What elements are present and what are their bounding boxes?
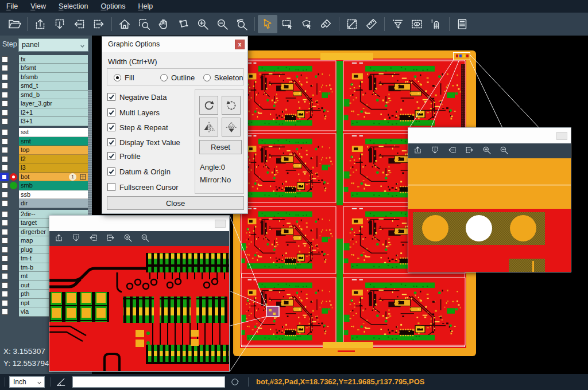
tool-zoom-window[interactable] — [134, 15, 154, 33]
mirror-vertical-button[interactable] — [222, 118, 241, 136]
tool-pan-up[interactable] — [30, 15, 50, 33]
tool-snap-magnet[interactable] — [427, 15, 446, 33]
layer-name[interactable]: l2 — [19, 155, 88, 164]
layer-checkbox[interactable] — [2, 147, 8, 153]
radio-outline[interactable]: Outline — [160, 73, 195, 82]
tool-pan-down[interactable] — [50, 15, 69, 33]
layer-checkbox[interactable] — [2, 110, 8, 116]
tool-view-region[interactable] — [407, 15, 427, 33]
layer-name[interactable]: bot1 — [19, 173, 88, 182]
layer-checkbox[interactable] — [2, 92, 8, 98]
layer-name[interactable]: l3+1 — [19, 117, 88, 126]
layer-name[interactable]: smd_b — [19, 91, 88, 100]
layer-checkbox[interactable] — [2, 165, 8, 171]
tool-edit-vertices[interactable] — [173, 15, 193, 33]
preview-content[interactable] — [408, 158, 571, 272]
layer-name[interactable]: layer_3.gbr — [19, 99, 88, 108]
layer-checkbox[interactable] — [2, 264, 8, 271]
dialog-close-button[interactable]: x — [235, 40, 245, 49]
rotate-ccw-button[interactable] — [222, 96, 241, 115]
layer-checkbox[interactable] — [2, 192, 8, 198]
tool-measure[interactable] — [342, 15, 362, 33]
menu-item-help[interactable]: Help — [132, 0, 160, 13]
tool-zoom-out[interactable] — [212, 15, 232, 33]
layer-checkbox[interactable] — [2, 282, 8, 288]
layer-checkbox[interactable] — [2, 138, 8, 145]
checkbox-multi-layers[interactable]: Multi Layers — [107, 108, 160, 117]
tool-zoom-in[interactable] — [193, 15, 212, 33]
layer-name[interactable]: bfsmt — [19, 64, 88, 73]
tool-report[interactable] — [452, 15, 472, 33]
preview-tool-pan-down[interactable] — [71, 233, 81, 245]
preview-tool-pan-down[interactable] — [430, 145, 440, 157]
zoom-preview-window-right[interactable] — [408, 127, 571, 272]
reset-button[interactable]: Reset — [199, 140, 242, 154]
tool-pan-left[interactable] — [69, 15, 89, 33]
layer-checkbox[interactable] — [0, 173, 9, 181]
tool-select-rect[interactable] — [277, 15, 297, 33]
tool-pan-right[interactable] — [89, 15, 109, 33]
sync-icon[interactable] — [230, 377, 240, 387]
tool-zoom-previous[interactable] — [232, 15, 252, 33]
layer-checkbox[interactable] — [2, 200, 8, 206]
tool-open-folder[interactable] — [5, 15, 24, 33]
layer-name[interactable]: ssb — [19, 190, 88, 200]
tool-pan-hand[interactable] — [154, 15, 173, 33]
preview-tool-pan-right[interactable] — [465, 145, 474, 157]
layer-name[interactable]: smb — [19, 181, 88, 190]
unit-select[interactable]: Inch — [9, 376, 45, 388]
layer-checkbox[interactable] — [2, 118, 8, 124]
tool-select-cursor[interactable] — [258, 15, 277, 33]
checkbox-step-repeat[interactable]: Step & Repeat — [107, 123, 168, 132]
step-select[interactable]: panel — [18, 38, 88, 52]
checkbox-negative-data[interactable]: Negative Data — [107, 92, 167, 102]
dialog-title-bar[interactable]: Graphic Options x — [102, 37, 247, 52]
menu-item-view[interactable]: View — [24, 0, 52, 13]
layer-name[interactable]: smt — [19, 137, 88, 146]
layer-checkbox[interactable] — [2, 100, 8, 107]
layer-checkbox[interactable] — [2, 182, 8, 189]
layer-checkbox[interactable] — [2, 220, 8, 226]
rotate-cw-button[interactable] — [199, 96, 218, 115]
checkbox-fullscreen-cursor[interactable]: Fullscreen Cursor — [107, 182, 179, 192]
preview-tool-pan-left[interactable] — [88, 233, 98, 245]
preview-tool-zoom-in[interactable] — [482, 145, 492, 157]
preview-content[interactable] — [49, 246, 229, 371]
preview-title-bar[interactable] — [49, 216, 229, 231]
layer-checkbox[interactable] — [2, 156, 8, 162]
tool-brush[interactable] — [316, 15, 336, 33]
preview-window-button[interactable] — [556, 132, 567, 140]
zoom-preview-window-left[interactable] — [49, 215, 230, 372]
close-button[interactable]: Close — [107, 196, 244, 210]
corner-angle-icon[interactable] — [55, 376, 67, 388]
layer-checkbox[interactable] — [2, 255, 8, 262]
preview-tool-pan-up[interactable] — [413, 145, 423, 157]
sync-icon[interactable] — [230, 377, 240, 389]
checkbox-profile[interactable]: Profile — [107, 151, 141, 161]
layer-checkbox[interactable] — [2, 74, 8, 80]
layer-checkbox[interactable] — [2, 65, 8, 71]
mirror-horizontal-button[interactable] — [199, 118, 218, 136]
layer-name[interactable]: dir — [19, 199, 88, 208]
layer-checkbox[interactable] — [2, 273, 8, 279]
preview-tool-zoom-out[interactable] — [140, 233, 150, 245]
angle-tool-icon[interactable] — [55, 376, 67, 390]
checkbox-display-text-value[interactable]: Display Text Value — [107, 138, 180, 147]
tool-home[interactable] — [115, 15, 134, 33]
preview-title-bar[interactable] — [408, 128, 571, 143]
layer-checkbox[interactable] — [2, 300, 8, 306]
layer-checkbox[interactable] — [2, 83, 8, 89]
menu-item-file[interactable]: File — [0, 0, 24, 13]
preview-window-button[interactable] — [215, 220, 226, 228]
menu-item-options[interactable]: Options — [94, 0, 131, 13]
layer-checkbox[interactable] — [2, 247, 8, 253]
preview-tool-pan-left[interactable] — [447, 145, 457, 157]
layer-name[interactable]: l3 — [19, 163, 88, 173]
radio-skeleton[interactable]: Skeleton — [203, 73, 243, 82]
layer-name[interactable]: l2+1 — [19, 108, 88, 118]
layer-checkbox[interactable] — [2, 309, 8, 315]
tool-select-poly[interactable] — [297, 15, 316, 33]
layer-name[interactable]: top — [19, 146, 88, 155]
layer-checkbox[interactable] — [2, 129, 8, 135]
menu-item-selection[interactable]: Selection — [52, 0, 94, 13]
